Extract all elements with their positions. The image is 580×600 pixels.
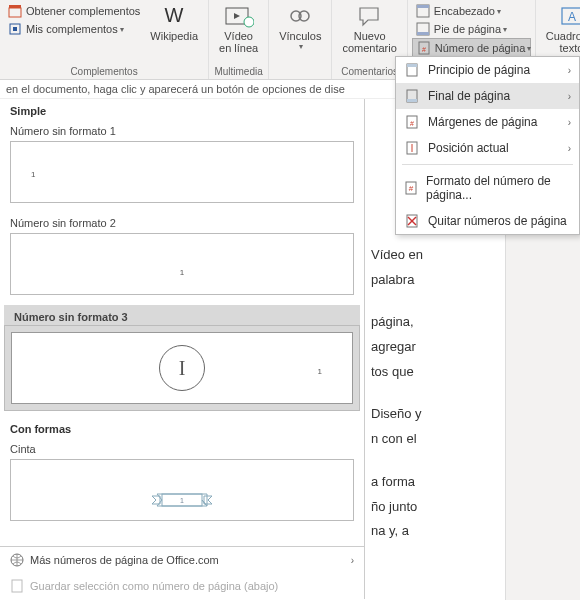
page-number-sample: 1 xyxy=(31,170,35,179)
submenu-remove-numbers[interactable]: Quitar números de página xyxy=(396,208,579,234)
links-button[interactable]: Vínculos ▾ xyxy=(273,2,327,53)
chevron-right-icon: › xyxy=(568,65,571,76)
my-addins-button[interactable]: Mis complementos ▾ xyxy=(4,20,144,38)
addins-icon xyxy=(8,22,22,36)
wikipedia-icon: W xyxy=(160,4,188,28)
page-number-submenu: Principio de página › Final de página › … xyxy=(395,56,580,235)
side-panel-strip xyxy=(505,199,580,600)
svg-marker-6 xyxy=(234,13,240,19)
new-comment-label: Nuevo comentario xyxy=(342,30,396,54)
page-number-sample: 1 xyxy=(180,268,184,277)
svg-rect-0 xyxy=(9,8,21,17)
get-addins-label: Obtener complementos xyxy=(26,5,140,17)
new-comment-button[interactable]: Nuevo comentario xyxy=(336,2,402,56)
links-label: Vínculos xyxy=(279,30,321,42)
option-cinta[interactable]: 1 xyxy=(10,459,354,521)
option-plain-2-title: Número sin formato 2 xyxy=(0,213,364,231)
submenu-label: Posición actual xyxy=(428,141,509,155)
svg-rect-24 xyxy=(12,580,22,592)
submenu-page-margins[interactable]: # Márgenes de página › xyxy=(396,109,579,135)
submenu-label: Formato del número de página... xyxy=(426,174,571,202)
textbox-icon: A xyxy=(558,4,581,28)
svg-marker-20 xyxy=(204,496,212,504)
svg-rect-28 xyxy=(407,99,417,102)
online-video-button[interactable]: Vídeo en línea xyxy=(213,2,264,56)
remove-number-icon xyxy=(404,214,420,228)
svg-text:A: A xyxy=(567,10,575,24)
gallery-footer: Más números de página de Office.com › Gu… xyxy=(0,546,364,599)
svg-rect-26 xyxy=(407,64,417,67)
my-addins-label: Mis complementos xyxy=(26,23,118,35)
page-number-button[interactable]: # Número de página ▾ xyxy=(412,38,531,58)
page-bottom-icon xyxy=(404,89,420,103)
save-selection-label: Guardar selección como número de página … xyxy=(30,580,278,592)
submenu-format-number[interactable]: # Formato del número de página... xyxy=(396,168,579,208)
store-icon xyxy=(8,4,22,18)
chevron-right-icon: › xyxy=(568,143,571,154)
format-number-icon: # xyxy=(404,181,418,195)
current-position-icon xyxy=(404,141,420,155)
section-shapes: Con formas xyxy=(0,417,364,439)
option-plain-1-title: Número sin formato 1 xyxy=(0,121,364,139)
chevron-down-icon: ▾ xyxy=(527,44,531,53)
get-addins-button[interactable]: Obtener complementos xyxy=(4,2,144,20)
group-label-addins: Complementos xyxy=(4,65,204,79)
svg-text:#: # xyxy=(422,46,426,53)
link-icon xyxy=(286,4,314,28)
submenu-bottom-of-page[interactable]: Final de página › xyxy=(396,83,579,109)
textbox-label: Cuadro de texto xyxy=(546,30,580,54)
submenu-label: Final de página xyxy=(428,89,510,103)
option-cinta-title: Cinta xyxy=(0,439,364,457)
svg-text:W: W xyxy=(165,4,184,26)
group-links: Vínculos ▾ xyxy=(269,0,332,79)
footer-icon xyxy=(416,22,430,36)
save-page-icon xyxy=(10,579,24,593)
more-from-office-label: Más números de página de Office.com xyxy=(30,554,219,566)
footer-button[interactable]: Pie de página ▾ xyxy=(412,20,531,38)
submenu-label: Márgenes de página xyxy=(428,115,537,129)
svg-point-7 xyxy=(244,17,254,27)
text-cursor-icon: I xyxy=(159,345,205,391)
svg-text:1: 1 xyxy=(180,497,184,504)
wikipedia-label: Wikipedia xyxy=(150,30,198,42)
header-icon xyxy=(416,4,430,18)
online-video-label: Vídeo en línea xyxy=(219,30,258,54)
page-top-icon xyxy=(404,63,420,77)
option-plain-3[interactable]: I 1 xyxy=(4,325,360,411)
page-number-icon: # xyxy=(417,41,431,55)
option-plain-3-title: Número sin formato 3 xyxy=(4,305,360,325)
option-plain-1[interactable]: 1 xyxy=(10,141,354,203)
svg-rect-3 xyxy=(13,27,17,31)
wikipedia-button[interactable]: W Wikipedia xyxy=(144,2,204,44)
svg-rect-1 xyxy=(9,5,21,8)
header-button[interactable]: Encabezado ▾ xyxy=(412,2,531,20)
header-label: Encabezado xyxy=(434,5,495,17)
chevron-down-icon: ▾ xyxy=(120,25,124,34)
menu-separator xyxy=(402,164,573,165)
chevron-down-icon: ▾ xyxy=(299,42,303,51)
group-addins: Obtener complementos Mis complementos ▾ … xyxy=(0,0,209,79)
svg-rect-13 xyxy=(417,32,429,35)
submenu-label: Quitar números de página xyxy=(428,214,567,228)
save-selection: Guardar selección como número de página … xyxy=(0,573,364,599)
chevron-right-icon: › xyxy=(568,117,571,128)
more-from-office[interactable]: Más números de página de Office.com › xyxy=(0,547,364,573)
group-label-media: Multimedia xyxy=(213,65,264,79)
svg-text:#: # xyxy=(410,120,414,127)
submenu-label: Principio de página xyxy=(428,63,530,77)
chevron-down-icon: ▾ xyxy=(503,25,507,34)
video-icon xyxy=(224,4,254,28)
submenu-top-of-page[interactable]: Principio de página › xyxy=(396,57,579,83)
chevron-down-icon: ▾ xyxy=(497,7,501,16)
group-label-links xyxy=(273,76,327,79)
section-simple: Simple xyxy=(0,99,364,121)
footer-label: Pie de página xyxy=(434,23,501,35)
globe-icon xyxy=(10,553,24,567)
chevron-right-icon: › xyxy=(568,91,571,102)
submenu-current-position[interactable]: Posición actual › xyxy=(396,135,579,161)
page-number-label: Número de página xyxy=(435,42,526,54)
svg-text:#: # xyxy=(409,184,414,193)
chevron-right-icon: › xyxy=(351,555,354,566)
page-number-gallery: Simple Número sin formato 1 1 Número sin… xyxy=(0,99,365,599)
option-plain-2[interactable]: 1 xyxy=(10,233,354,295)
